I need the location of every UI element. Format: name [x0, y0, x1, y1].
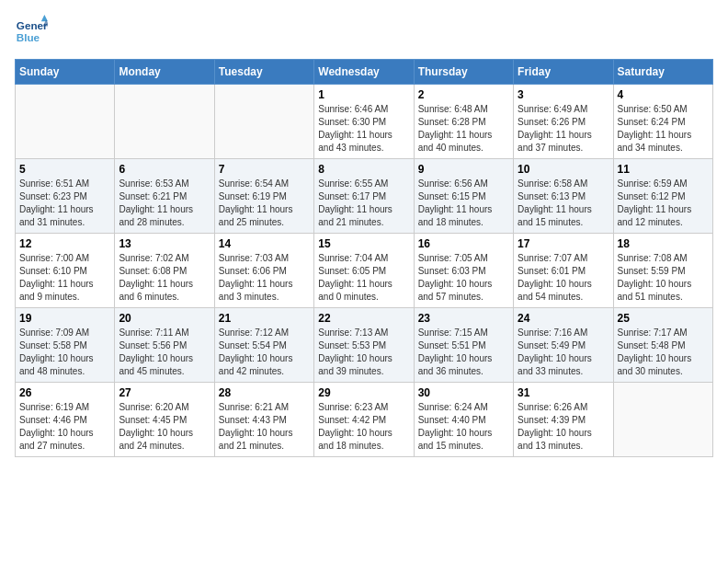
day-number: 18 [618, 237, 709, 250]
day-number: 28 [219, 386, 310, 399]
day-number: 4 [618, 88, 709, 101]
calendar-cell: 8Sunrise: 6:55 AM Sunset: 6:17 PM Daylig… [314, 159, 414, 234]
day-info: Sunrise: 6:55 AM Sunset: 6:17 PM Dayligh… [318, 178, 409, 229]
calendar-cell: 9Sunrise: 6:56 AM Sunset: 6:15 PM Daylig… [414, 159, 513, 234]
day-info: Sunrise: 7:03 AM Sunset: 6:06 PM Dayligh… [219, 252, 310, 304]
logo: General Blue [15, 15, 51, 48]
calendar-cell: 19Sunrise: 7:09 AM Sunset: 5:58 PM Dayli… [16, 308, 115, 383]
day-info: Sunrise: 7:05 AM Sunset: 6:03 PM Dayligh… [418, 252, 509, 304]
calendar-cell: 12Sunrise: 7:00 AM Sunset: 6:10 PM Dayli… [16, 234, 115, 308]
calendar-cell [214, 85, 313, 159]
calendar-cell: 22Sunrise: 7:13 AM Sunset: 5:53 PM Dayli… [314, 308, 414, 383]
day-info: Sunrise: 6:24 AM Sunset: 4:40 PM Dayligh… [418, 401, 509, 453]
day-number: 22 [318, 312, 409, 325]
day-info: Sunrise: 6:46 AM Sunset: 6:30 PM Dayligh… [318, 103, 409, 155]
column-header-sunday: Sunday [16, 60, 115, 85]
calendar-cell: 25Sunrise: 7:17 AM Sunset: 5:48 PM Dayli… [613, 308, 712, 383]
day-number: 10 [518, 163, 609, 176]
calendar-cell: 3Sunrise: 6:49 AM Sunset: 6:26 PM Daylig… [514, 85, 613, 159]
calendar-cell [115, 85, 214, 159]
day-number: 6 [119, 163, 210, 176]
column-header-tuesday: Tuesday [214, 60, 313, 85]
day-number: 3 [518, 88, 609, 101]
calendar-cell: 26Sunrise: 6:19 AM Sunset: 4:46 PM Dayli… [16, 383, 115, 457]
day-info: Sunrise: 7:12 AM Sunset: 5:54 PM Dayligh… [219, 327, 310, 378]
day-info: Sunrise: 6:53 AM Sunset: 6:21 PM Dayligh… [119, 178, 210, 229]
column-header-saturday: Saturday [613, 60, 712, 85]
calendar-week-row: 1Sunrise: 6:46 AM Sunset: 6:30 PM Daylig… [16, 85, 713, 159]
calendar-cell: 11Sunrise: 6:59 AM Sunset: 6:12 PM Dayli… [613, 159, 712, 234]
day-number: 1 [318, 88, 409, 101]
calendar-cell: 27Sunrise: 6:20 AM Sunset: 4:45 PM Dayli… [115, 383, 214, 457]
day-info: Sunrise: 6:21 AM Sunset: 4:43 PM Dayligh… [219, 401, 310, 453]
calendar-cell [16, 85, 115, 159]
calendar-week-row: 12Sunrise: 7:00 AM Sunset: 6:10 PM Dayli… [16, 234, 713, 308]
calendar-cell: 16Sunrise: 7:05 AM Sunset: 6:03 PM Dayli… [414, 234, 513, 308]
day-number: 30 [418, 386, 509, 399]
day-info: Sunrise: 7:00 AM Sunset: 6:10 PM Dayligh… [19, 252, 110, 304]
day-info: Sunrise: 7:15 AM Sunset: 5:51 PM Dayligh… [418, 327, 509, 378]
calendar-cell: 1Sunrise: 6:46 AM Sunset: 6:30 PM Daylig… [314, 85, 414, 159]
day-info: Sunrise: 7:17 AM Sunset: 5:48 PM Dayligh… [618, 327, 709, 378]
column-header-friday: Friday [514, 60, 613, 85]
calendar-week-row: 19Sunrise: 7:09 AM Sunset: 5:58 PM Dayli… [16, 308, 713, 383]
day-number: 13 [119, 237, 210, 250]
day-info: Sunrise: 7:07 AM Sunset: 6:01 PM Dayligh… [518, 252, 609, 304]
day-info: Sunrise: 6:59 AM Sunset: 6:12 PM Dayligh… [618, 178, 709, 229]
day-number: 29 [318, 386, 409, 399]
day-number: 8 [318, 163, 409, 176]
day-info: Sunrise: 6:49 AM Sunset: 6:26 PM Dayligh… [518, 103, 609, 155]
day-info: Sunrise: 6:26 AM Sunset: 4:39 PM Dayligh… [518, 401, 609, 453]
calendar-cell: 10Sunrise: 6:58 AM Sunset: 6:13 PM Dayli… [514, 159, 613, 234]
calendar-header-row: SundayMondayTuesdayWednesdayThursdayFrid… [16, 60, 713, 85]
day-number: 23 [418, 312, 509, 325]
calendar-cell: 29Sunrise: 6:23 AM Sunset: 4:42 PM Dayli… [314, 383, 414, 457]
day-info: Sunrise: 7:16 AM Sunset: 5:49 PM Dayligh… [518, 327, 609, 378]
day-number: 16 [418, 237, 509, 250]
day-info: Sunrise: 6:19 AM Sunset: 4:46 PM Dayligh… [19, 401, 110, 453]
svg-text:Blue: Blue [17, 31, 40, 43]
calendar-cell: 31Sunrise: 6:26 AM Sunset: 4:39 PM Dayli… [514, 383, 613, 457]
day-number: 21 [219, 312, 310, 325]
calendar-cell: 13Sunrise: 7:02 AM Sunset: 6:08 PM Dayli… [115, 234, 214, 308]
day-number: 26 [19, 386, 110, 399]
day-info: Sunrise: 7:11 AM Sunset: 5:56 PM Dayligh… [119, 327, 210, 378]
calendar-cell: 4Sunrise: 6:50 AM Sunset: 6:24 PM Daylig… [613, 85, 712, 159]
calendar-cell: 23Sunrise: 7:15 AM Sunset: 5:51 PM Dayli… [414, 308, 513, 383]
svg-marker-2 [41, 15, 48, 21]
calendar-cell [613, 383, 712, 457]
calendar-cell: 6Sunrise: 6:53 AM Sunset: 6:21 PM Daylig… [115, 159, 214, 234]
day-info: Sunrise: 6:54 AM Sunset: 6:19 PM Dayligh… [219, 178, 310, 229]
calendar-cell: 14Sunrise: 7:03 AM Sunset: 6:06 PM Dayli… [214, 234, 313, 308]
day-info: Sunrise: 7:09 AM Sunset: 5:58 PM Dayligh… [19, 327, 110, 378]
day-info: Sunrise: 6:58 AM Sunset: 6:13 PM Dayligh… [518, 178, 609, 229]
calendar-cell: 5Sunrise: 6:51 AM Sunset: 6:23 PM Daylig… [16, 159, 115, 234]
calendar-cell: 24Sunrise: 7:16 AM Sunset: 5:49 PM Dayli… [514, 308, 613, 383]
calendar-cell: 28Sunrise: 6:21 AM Sunset: 4:43 PM Dayli… [214, 383, 313, 457]
day-number: 15 [318, 237, 409, 250]
day-info: Sunrise: 6:20 AM Sunset: 4:45 PM Dayligh… [119, 401, 210, 453]
day-number: 17 [518, 237, 609, 250]
logo-icon: General Blue [15, 15, 48, 48]
calendar-cell: 7Sunrise: 6:54 AM Sunset: 6:19 PM Daylig… [214, 159, 313, 234]
day-info: Sunrise: 6:50 AM Sunset: 6:24 PM Dayligh… [618, 103, 709, 155]
column-header-thursday: Thursday [414, 60, 513, 85]
day-info: Sunrise: 7:08 AM Sunset: 5:59 PM Dayligh… [618, 252, 709, 304]
day-number: 24 [518, 312, 609, 325]
calendar-cell: 20Sunrise: 7:11 AM Sunset: 5:56 PM Dayli… [115, 308, 214, 383]
day-info: Sunrise: 6:56 AM Sunset: 6:15 PM Dayligh… [418, 178, 509, 229]
day-number: 11 [618, 163, 709, 176]
day-number: 25 [618, 312, 709, 325]
day-number: 12 [19, 237, 110, 250]
day-number: 20 [119, 312, 210, 325]
day-number: 2 [418, 88, 509, 101]
calendar-cell: 18Sunrise: 7:08 AM Sunset: 5:59 PM Dayli… [613, 234, 712, 308]
calendar-cell: 21Sunrise: 7:12 AM Sunset: 5:54 PM Dayli… [214, 308, 313, 383]
column-header-wednesday: Wednesday [314, 60, 414, 85]
calendar-week-row: 5Sunrise: 6:51 AM Sunset: 6:23 PM Daylig… [16, 159, 713, 234]
day-number: 7 [219, 163, 310, 176]
calendar-cell: 2Sunrise: 6:48 AM Sunset: 6:28 PM Daylig… [414, 85, 513, 159]
day-number: 14 [219, 237, 310, 250]
day-number: 5 [19, 163, 110, 176]
day-number: 27 [119, 386, 210, 399]
